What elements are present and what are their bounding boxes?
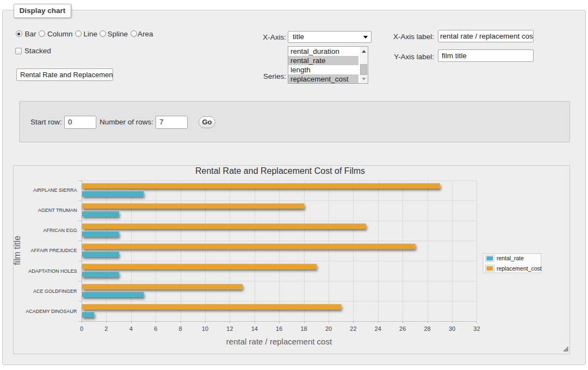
svg-text:rental_rate: rental_rate (497, 255, 524, 261)
svg-text:12: 12 (226, 325, 233, 332)
svg-text:8: 8 (179, 325, 182, 332)
svg-text:20: 20 (325, 325, 332, 332)
svg-text:26: 26 (399, 325, 406, 332)
svg-text:6: 6 (154, 325, 157, 332)
svg-text:18: 18 (300, 325, 307, 332)
svg-text:0: 0 (80, 325, 83, 332)
svg-text:14: 14 (251, 325, 258, 332)
svg-text:Rental Rate and Replacement Co: Rental Rate and Replacement Cost of Film… (195, 166, 365, 175)
svg-text:ACADEMY DINOSAUR: ACADEMY DINOSAUR (26, 309, 77, 314)
svg-text:16: 16 (276, 325, 282, 332)
svg-text:replacement_cost: replacement_cost (497, 265, 542, 272)
svg-text:22: 22 (350, 325, 356, 332)
svg-text:10: 10 (202, 325, 208, 332)
svg-text:ADAPTATION HOLES: ADAPTATION HOLES (28, 268, 77, 274)
svg-text:ACE GOLDFINGER: ACE GOLDFINGER (33, 289, 77, 294)
svg-text:rental rate / replacement cost: rental rate / replacement cost (226, 337, 332, 346)
svg-text:AGENT TRUMAN: AGENT TRUMAN (38, 208, 77, 213)
svg-text:30: 30 (449, 325, 455, 332)
svg-text:AIRPLANE SIERRA: AIRPLANE SIERRA (33, 187, 77, 193)
svg-text:AFRICAN EGG: AFRICAN EGG (43, 228, 77, 233)
svg-text:4: 4 (129, 325, 133, 332)
svg-text:film title: film title (13, 236, 22, 265)
svg-text:24: 24 (375, 325, 381, 332)
svg-text:28: 28 (424, 325, 430, 332)
svg-text:2: 2 (104, 325, 108, 332)
svg-text:32: 32 (473, 325, 480, 332)
svg-text:AFFAIR PREJUDICE: AFFAIR PREJUDICE (30, 248, 77, 253)
